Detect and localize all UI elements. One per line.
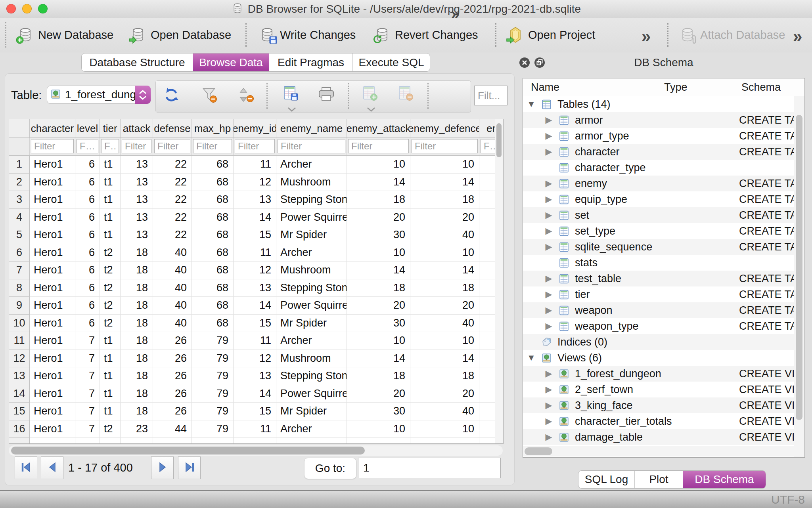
filter-input-character[interactable] (31, 139, 74, 153)
grid-cell[interactable]: 26 (153, 350, 192, 368)
grid-cell[interactable]: Mr Spider (276, 226, 347, 244)
grid-cell[interactable]: 14 (234, 297, 276, 315)
grid-cell[interactable]: Archer (276, 156, 347, 174)
grid-cell[interactable]: 44 (153, 420, 192, 438)
grid-cell[interactable]: t2 (100, 279, 121, 297)
toolbar-overflow-chevron[interactable]: » (642, 27, 651, 46)
grid-cell[interactable]: 30 (347, 315, 410, 332)
grid-cell[interactable]: t1 (100, 350, 121, 368)
grid-cell[interactable]: 40 (153, 315, 192, 332)
schema-column-type[interactable]: Type (664, 78, 688, 96)
schema-item-tier[interactable]: ▶tierCREATE TABL (523, 286, 804, 302)
grid-cell[interactable]: Hero1 (30, 350, 75, 368)
refresh-icon[interactable] (163, 86, 180, 104)
grid-cell[interactable]: 20 (347, 385, 410, 403)
column-header-enemy_name[interactable]: enemy_name (276, 119, 347, 138)
grid-vertical-scrollbar[interactable] (495, 119, 503, 443)
column-header-tier[interactable]: tier (100, 119, 121, 138)
grid-cell[interactable]: 11 (234, 420, 276, 438)
grid-cell[interactable]: 68 (192, 315, 234, 332)
schema-item-test-table[interactable]: ▶test_tableCREATE TABL (523, 271, 804, 286)
schema-vertical-scrollbar[interactable] (794, 96, 804, 457)
print-icon[interactable] (317, 86, 335, 103)
expander-icon[interactable]: ▶ (544, 400, 554, 411)
filter-input-enemy_defence[interactable] (412, 139, 478, 153)
grid-cell[interactable]: Hero1 (30, 156, 75, 174)
expander-icon[interactable]: ▶ (544, 289, 554, 300)
grid-cell[interactable]: Hero1 (30, 226, 75, 244)
expander-icon[interactable]: ▶ (544, 305, 554, 315)
grid-cell[interactable]: 7 (75, 385, 100, 403)
grid-cell[interactable]: 18 (347, 191, 410, 209)
grid-cell[interactable]: Mr Spider (276, 315, 347, 332)
grid-cell[interactable]: 12 (234, 262, 276, 279)
grid-cell[interactable]: 68 (192, 156, 234, 174)
grid-cell[interactable]: 68 (192, 262, 234, 279)
expander-icon[interactable]: ▼ (526, 353, 536, 363)
next-page-button[interactable] (151, 456, 174, 479)
row-number[interactable]: 16 (9, 420, 30, 438)
grid-cell[interactable]: 40 (153, 262, 192, 279)
grid-cell[interactable]: t2 (100, 420, 121, 438)
column-header-max_hp[interactable]: max_hp (192, 119, 234, 138)
grid-cell[interactable]: 6 (75, 174, 100, 191)
grid-cell[interactable]: Archer (276, 244, 347, 262)
column-header-level[interactable]: level (75, 119, 100, 138)
schema-item-sqlite-sequence[interactable]: ▶sqlite_sequenceCREATE TABL (523, 239, 804, 255)
grid-cell[interactable]: 15 (234, 315, 276, 332)
schema-column-schema[interactable]: Schema (741, 78, 781, 96)
grid-cell[interactable]: 68 (192, 174, 234, 191)
grid-cell[interactable]: t1 (100, 367, 121, 385)
grid-cell[interactable]: t1 (100, 226, 121, 244)
schema-item-weapon-type[interactable]: ▶weapon_typeCREATE TABL (523, 318, 804, 334)
grid-cell[interactable]: 10 (410, 332, 479, 350)
grid-cell[interactable]: Hero1 (30, 385, 75, 403)
tab-sql-log[interactable]: SQL Log (578, 471, 635, 488)
grid-cell[interactable]: t2 (100, 315, 121, 332)
filter-input-enemy_id[interactable] (235, 139, 275, 153)
grid-cell[interactable]: 22 (153, 156, 192, 174)
expander-icon[interactable]: ▶ (544, 321, 554, 331)
row-number[interactable]: 13 (9, 367, 30, 385)
grid-cell[interactable]: 18 (121, 332, 153, 350)
row-number[interactable]: 11 (9, 332, 30, 350)
filter-input-enemy_name[interactable] (278, 139, 345, 153)
new-database-button[interactable]: New Database (17, 24, 113, 46)
grid-cell[interactable]: 14 (410, 262, 479, 279)
grid-cell[interactable]: 18 (121, 367, 153, 385)
grid-cell[interactable]: 22 (153, 209, 192, 227)
grid-vertical-scrollbar-thumb[interactable] (496, 123, 502, 157)
grid-cell[interactable]: 14 (234, 385, 276, 403)
grid-cell[interactable]: 68 (192, 191, 234, 209)
column-header-enemy_id[interactable]: enemy_id (234, 119, 276, 138)
grid-cell[interactable]: t1 (100, 156, 121, 174)
grid-cell[interactable]: 20 (410, 385, 479, 403)
row-number[interactable]: 2 (9, 174, 30, 191)
previous-page-button[interactable] (41, 456, 63, 479)
grid-cell[interactable]: 79 (192, 367, 234, 385)
row-number[interactable]: 4 (9, 209, 30, 227)
row-number[interactable]: 12 (9, 350, 30, 368)
grid-cell[interactable]: 6 (75, 209, 100, 227)
schema-item-indices-0-[interactable]: Indices (0) (523, 334, 804, 350)
schema-item-damage-table[interactable]: ▶damage_tableCREATE VIEV (523, 429, 804, 445)
grid-cell[interactable]: 79 (192, 332, 234, 350)
grid-cell[interactable]: 7 (75, 332, 100, 350)
first-page-button[interactable] (15, 456, 37, 479)
row-number[interactable]: 7 (9, 262, 30, 279)
grid-cell[interactable]: t2 (100, 244, 121, 262)
grid-cell[interactable]: 20 (347, 297, 410, 315)
expander-icon[interactable]: ▶ (544, 242, 554, 252)
grid-cell[interactable]: 10 (347, 156, 410, 174)
grid-cell[interactable]: 13 (121, 174, 153, 191)
schema-item-views-6-[interactable]: ▼Views (6) (523, 350, 804, 366)
grid-cell[interactable]: Hero1 (30, 262, 75, 279)
filter-input-max_hp[interactable] (193, 139, 232, 153)
tab-db-schema[interactable]: DB Schema (683, 471, 766, 488)
grid-cell[interactable]: 15 (234, 403, 276, 420)
clear-filters-icon[interactable] (201, 86, 218, 104)
grid-cell[interactable]: Hero1 (30, 332, 75, 350)
grid-cell[interactable]: Mushroom (276, 262, 347, 279)
expander-icon[interactable]: ▶ (544, 115, 554, 125)
grid-cell[interactable]: t1 (100, 385, 121, 403)
